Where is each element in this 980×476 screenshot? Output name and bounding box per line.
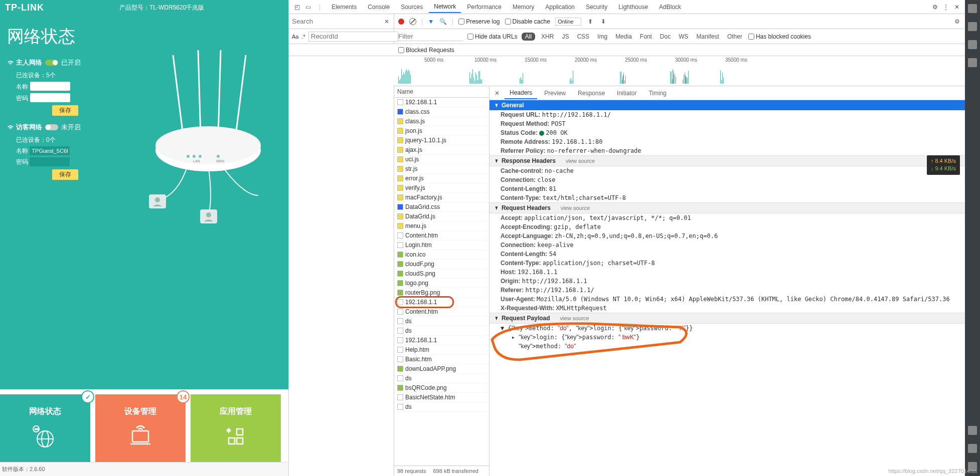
- tab-elements[interactable]: Elements: [326, 2, 362, 13]
- filter-css[interactable]: CSS: [575, 33, 591, 41]
- request-row[interactable]: bsQRCode.png: [394, 383, 489, 393]
- request-row[interactable]: cloudS.png: [394, 269, 489, 279]
- name-column-header[interactable]: Name: [394, 86, 489, 98]
- filter-ws[interactable]: WS: [677, 33, 690, 41]
- guest-network-toggle[interactable]: [45, 124, 58, 130]
- request-row[interactable]: str.js: [394, 164, 489, 174]
- request-row[interactable]: routerBg.png: [394, 288, 489, 298]
- section-header[interactable]: ▼Response Headersview source: [489, 155, 965, 166]
- inspect-icon[interactable]: ◰: [292, 3, 302, 11]
- guest-pwd-input[interactable]: [30, 157, 70, 166]
- case-icon[interactable]: Aa: [292, 34, 298, 40]
- host-save-button[interactable]: 保存: [52, 105, 78, 116]
- request-row[interactable]: Basic.htm: [394, 355, 489, 364]
- filter-js[interactable]: JS: [560, 33, 571, 41]
- disable-cache-checkbox[interactable]: Disable cache: [505, 18, 550, 25]
- rail-icon[interactable]: [968, 444, 977, 453]
- filter-img[interactable]: Img: [595, 33, 609, 41]
- filter-font[interactable]: Font: [638, 33, 654, 41]
- more-icon[interactable]: ⋮: [941, 3, 951, 11]
- request-row[interactable]: DataGrid.js: [394, 212, 489, 221]
- upload-icon[interactable]: ⬆: [586, 18, 594, 26]
- filter-doc[interactable]: Doc: [658, 33, 673, 41]
- request-row[interactable]: macFactory.js: [394, 193, 489, 202]
- request-row[interactable]: ds: [394, 326, 489, 336]
- request-row[interactable]: Help.htm: [394, 345, 489, 355]
- search-icon[interactable]: 🔍: [439, 18, 447, 26]
- host-pwd-input[interactable]: [30, 93, 70, 102]
- request-row[interactable]: 192.168.1.1: [394, 298, 489, 307]
- tile-network-status[interactable]: ✓ 网络状态 ⋯: [0, 394, 90, 462]
- request-row[interactable]: class.js: [394, 117, 489, 126]
- blocked-cookies-checkbox[interactable]: Has blocked cookies: [748, 33, 811, 40]
- network-timeline[interactable]: 5000 ms 10000 ms 15000 ms 20000 ms 25000…: [394, 56, 965, 86]
- tile-device-mgmt[interactable]: 14 设备管理: [95, 394, 186, 462]
- rail-icon[interactable]: [968, 22, 977, 31]
- tab-response[interactable]: Response: [573, 88, 610, 99]
- rail-icon[interactable]: [968, 40, 977, 49]
- request-row[interactable]: 192.168.1.1: [394, 336, 489, 345]
- tab-application[interactable]: Application: [540, 2, 580, 13]
- regex-icon[interactable]: .*: [301, 34, 305, 40]
- tab-security[interactable]: Security: [581, 2, 612, 13]
- filter-icon[interactable]: ▼: [428, 18, 434, 25]
- record-button[interactable]: [398, 19, 404, 25]
- clear-search-icon[interactable]: ✕: [383, 18, 391, 26]
- throttle-select[interactable]: Online: [555, 18, 581, 26]
- tab-memory[interactable]: Memory: [508, 2, 539, 13]
- filter-manifest[interactable]: Manifest: [695, 33, 721, 41]
- download-icon[interactable]: ⬇: [599, 18, 607, 26]
- request-row[interactable]: verify.js: [394, 183, 489, 193]
- filter-input[interactable]: [398, 32, 463, 41]
- host-name-input[interactable]: [30, 82, 70, 91]
- request-row[interactable]: uci.js: [394, 155, 489, 164]
- close-icon[interactable]: ✕: [952, 3, 962, 11]
- request-row[interactable]: menu.js: [394, 221, 489, 231]
- clear-button[interactable]: [409, 18, 416, 25]
- gear-icon[interactable]: ⚙: [953, 18, 961, 26]
- section-header[interactable]: ▼Request Headersview source: [489, 202, 965, 213]
- guest-name-input[interactable]: [30, 146, 70, 155]
- request-row[interactable]: error.js: [394, 174, 489, 183]
- filter-media[interactable]: Media: [613, 33, 634, 41]
- hide-data-urls-checkbox[interactable]: Hide data URLs: [467, 33, 518, 40]
- request-row[interactable]: ds: [394, 374, 489, 383]
- tab-initiator[interactable]: Initiator: [612, 88, 641, 99]
- request-row[interactable]: icon.ico: [394, 250, 489, 260]
- tile-app-mgmt[interactable]: 应用管理: [191, 394, 281, 462]
- request-row[interactable]: 192.168.1.1: [394, 98, 489, 107]
- device-toggle-icon[interactable]: ▭: [303, 3, 313, 11]
- request-row[interactable]: cloudF.png: [394, 260, 489, 269]
- section-header[interactable]: ▼Request Payloadview source: [489, 313, 965, 324]
- tab-headers[interactable]: Headers: [505, 87, 537, 99]
- rail-icon[interactable]: [968, 426, 977, 435]
- tab-network[interactable]: Network: [429, 1, 461, 13]
- request-row[interactable]: jquery-1.10.1.js: [394, 136, 489, 145]
- search-input[interactable]: [292, 17, 383, 27]
- tab-adblock[interactable]: AdBlock: [654, 2, 686, 13]
- tab-performance[interactable]: Performance: [462, 2, 507, 13]
- tab-sources[interactable]: Sources: [396, 2, 428, 13]
- request-row[interactable]: Login.htm: [394, 241, 489, 250]
- request-row[interactable]: BasicNetState.htm: [394, 393, 489, 402]
- tab-lighthouse[interactable]: Lighthouse: [613, 2, 653, 13]
- blocked-requests-checkbox[interactable]: Blocked Requests: [398, 47, 965, 54]
- request-row[interactable]: ds: [394, 317, 489, 326]
- host-network-toggle[interactable]: [45, 60, 58, 66]
- tab-timing[interactable]: Timing: [643, 88, 672, 99]
- record-id-input[interactable]: [308, 32, 398, 42]
- request-row[interactable]: DataGrid.css: [394, 202, 489, 212]
- request-row[interactable]: Content.htm: [394, 307, 489, 317]
- request-row[interactable]: json.js: [394, 126, 489, 136]
- filter-xhr[interactable]: XHR: [539, 33, 556, 41]
- request-row[interactable]: ds: [394, 402, 489, 412]
- filter-other[interactable]: Other: [725, 33, 744, 41]
- preserve-log-checkbox[interactable]: Preserve log: [458, 18, 500, 25]
- gear-icon[interactable]: ⚙: [930, 3, 940, 11]
- filter-all[interactable]: All: [522, 33, 535, 41]
- tab-console[interactable]: Console: [363, 2, 395, 13]
- rail-icon[interactable]: [968, 58, 977, 67]
- close-detail-icon[interactable]: ✕: [492, 90, 503, 97]
- section-header[interactable]: ▼General: [489, 100, 965, 110]
- request-row[interactable]: class.css: [394, 107, 489, 117]
